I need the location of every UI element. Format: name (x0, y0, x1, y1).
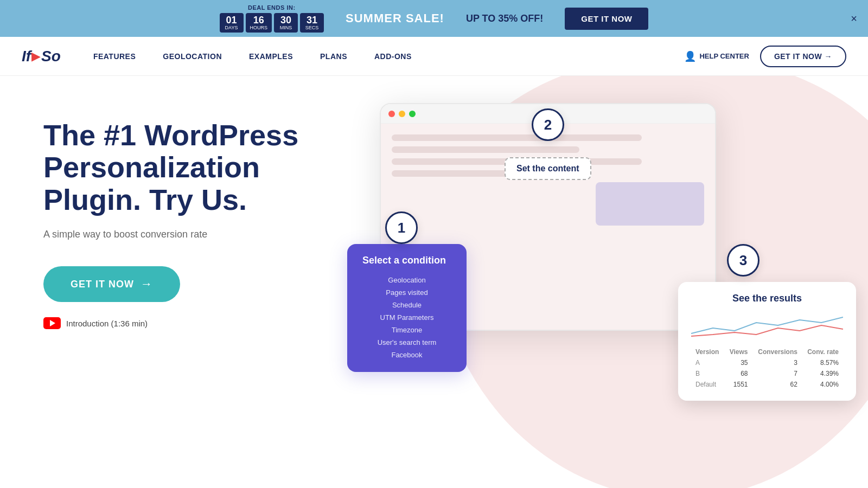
step-3-bubble: 3 (727, 244, 760, 277)
logo[interactable]: If ▶ So (22, 48, 61, 65)
condition-utm: UTM Parameters (362, 311, 451, 324)
laptop-line-1 (392, 134, 642, 141)
video-link-label: Introduction (1:36 min) (66, 319, 148, 328)
nav-cta-button[interactable]: GET IT NOW → (760, 46, 846, 67)
hero-cta-arrow-icon: → (141, 277, 153, 291)
hero-subtitle: A simple way to boost conversion rate (43, 229, 336, 240)
result-row-a: A 35 3 8.57% (691, 357, 843, 368)
timer-days: 01 Days (220, 13, 244, 33)
hero-right: 2 Set the content 1 Select a condition G… (336, 76, 868, 488)
timer-blocks: 01 Days 16 Hours 30 Mins 31 Secs (220, 13, 324, 33)
col-conv-rate: Conv. rate (802, 346, 843, 357)
hero-cta-label: GET IT NOW (71, 279, 134, 290)
sale-text: SUMMER SALE! (346, 11, 444, 25)
rate-b: 4.39% (802, 368, 843, 379)
condition-search-term: User's search term (362, 336, 451, 349)
version-default: Default (691, 379, 724, 390)
dot-green (409, 111, 416, 117)
set-content-text: Set the content (516, 164, 579, 173)
conversions-b: 7 (752, 368, 802, 379)
step-2-bubble: 2 (532, 108, 564, 141)
hero-cta-button[interactable]: GET IT NOW → (43, 266, 180, 302)
results-table: Version Views Conversions Conv. rate A 3… (691, 346, 843, 390)
help-center-link[interactable]: 👤 HELP CENTER (684, 50, 749, 62)
condition-timezone: Timezone (362, 324, 451, 336)
condition-pages-visited: Pages visited (362, 286, 451, 299)
banner-cta-button[interactable]: GET IT NOW (565, 8, 648, 30)
logo-if: If (22, 48, 31, 65)
nav-plans[interactable]: PLANS (320, 52, 347, 61)
hero-title: The #1 WordPress Personalization Plugin.… (43, 119, 326, 216)
laptop-line-2 (392, 146, 579, 153)
step-1-bubble: 1 (385, 211, 418, 244)
main-nav: If ▶ So FEATURES GEOLOCATION EXAMPLES PL… (0, 37, 868, 76)
conversions-default: 62 (752, 379, 802, 390)
step-1-number: 1 (398, 220, 405, 236)
nav-features[interactable]: FEATURES (93, 52, 136, 61)
nav-addons[interactable]: ADD-ONS (374, 52, 412, 61)
nav-links: FEATURES GEOLOCATION EXAMPLES PLANS ADD-… (93, 52, 685, 61)
promo-banner: DEAL ENDS IN: 01 Days 16 Hours 30 Mins 3… (0, 0, 868, 37)
deal-ends-label: DEAL ENDS IN: (248, 4, 296, 11)
set-content-label: Set the content (505, 157, 591, 180)
logo-so: So (41, 48, 61, 65)
rate-a: 8.57% (802, 357, 843, 368)
laptop-block (596, 182, 704, 226)
condition-schedule: Schedule (362, 299, 451, 311)
col-conversions: Conversions (752, 346, 802, 357)
countdown-timer: DEAL ENDS IN: 01 Days 16 Hours 30 Mins 3… (220, 4, 324, 33)
results-card: See the results Version Views Conversion… (678, 282, 856, 401)
discount-text: UP TO 35% OFF! (466, 13, 543, 24)
results-card-title: See the results (691, 293, 843, 304)
select-condition-card: Select a condition Geolocation Pages vis… (347, 244, 467, 372)
help-icon: 👤 (684, 50, 696, 62)
nav-right: 👤 HELP CENTER GET IT NOW → (684, 46, 846, 67)
condition-facebook: Facebook (362, 349, 451, 361)
hero-left: The #1 WordPress Personalization Plugin.… (0, 76, 336, 362)
step-2-number: 2 (544, 117, 552, 133)
col-version: Version (691, 346, 724, 357)
result-row-b: B 68 7 4.39% (691, 368, 843, 379)
dot-yellow (399, 111, 405, 117)
condition-geolocation: Geolocation (362, 274, 451, 286)
select-condition-title: Select a condition (362, 255, 451, 266)
banner-close-button[interactable]: × (851, 12, 857, 25)
hero-section: The #1 WordPress Personalization Plugin.… (0, 76, 868, 488)
nav-examples[interactable]: EXAMPLES (249, 52, 293, 61)
timer-mins: 30 Mins (274, 13, 298, 33)
views-b: 68 (724, 368, 752, 379)
step-3-number: 3 (739, 252, 747, 269)
youtube-icon (43, 317, 61, 329)
nav-geolocation[interactable]: GEOLOCATION (163, 52, 222, 61)
col-views: Views (724, 346, 752, 357)
timer-hours: 16 Hours (246, 13, 272, 33)
intro-video-link[interactable]: Introduction (1:36 min) (43, 317, 336, 329)
version-a: A (691, 357, 724, 368)
views-a: 35 (724, 357, 752, 368)
views-default: 1551 (724, 379, 752, 390)
conversions-a: 3 (752, 357, 802, 368)
help-center-label: HELP CENTER (699, 52, 749, 60)
result-row-default: Default 1551 62 4.00% (691, 379, 843, 390)
timer-secs: 31 Secs (300, 13, 324, 33)
dot-red (388, 111, 395, 117)
results-chart (691, 312, 843, 339)
version-b: B (691, 368, 724, 379)
logo-arrow-icon: ▶ (31, 49, 41, 63)
nav-cta-label: GET IT NOW → (774, 52, 832, 61)
rate-default: 4.00% (802, 379, 843, 390)
